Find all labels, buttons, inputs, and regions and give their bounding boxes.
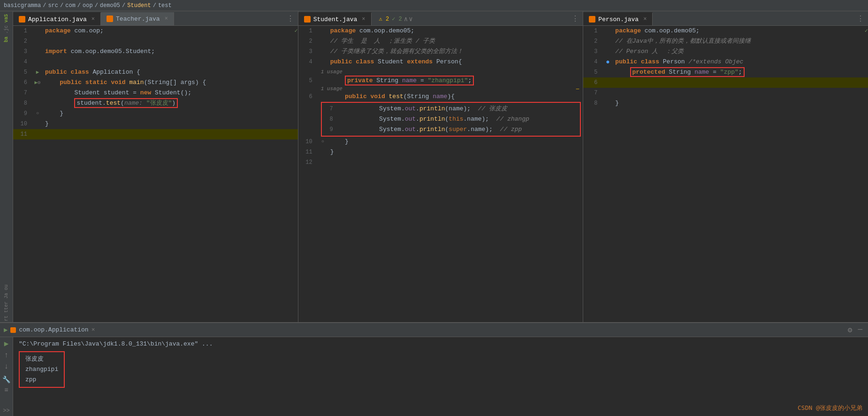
run-label: ▶ com.oop.Application × (4, 326, 95, 334)
sidebar-label-vas: vaS (3, 13, 10, 23)
code-line: 5 ▶ public class Application { (13, 67, 298, 77)
code-line: 2 (13, 36, 298, 46)
java-icon (304, 16, 311, 23)
run-up-button[interactable]: ↑ (4, 351, 9, 360)
gear-button[interactable]: ⚙ (846, 324, 854, 336)
java-icon (107, 15, 113, 22)
sidebar-label-tter: tter (3, 300, 10, 314)
code-line: 3 import com.oop.demo05.Student; (13, 46, 298, 57)
sidebar-label-jc: .jc (3, 24, 10, 35)
run-play-button[interactable]: ▶ (4, 339, 9, 348)
watermark: CSDN @张皮皮的小兄弟 (798, 404, 862, 412)
tab-teacher-java[interactable]: Teacher.java × (101, 12, 174, 25)
tab-label: Teacher.java (116, 15, 160, 23)
close-icon[interactable]: × (362, 16, 365, 23)
run-output: "C:\Program Files\Java\jdk1.8.0_131\bin\… (13, 337, 868, 416)
code-line: 1 package com.oop.demo05; (298, 26, 583, 36)
code-line: 10 ○ } (298, 137, 583, 147)
breadcrumb: basicgramma / src / com / oop / demo05 /… (0, 0, 868, 11)
code-line: 9 ○ } (13, 108, 298, 119)
tab-label: Student.java (313, 16, 358, 23)
editor-pane-2: Student.java × ⚠ 2 ✓ 2 ∧ ∨ ⋮ 1 package c… (298, 11, 584, 322)
close-icon[interactable]: × (165, 15, 168, 22)
run-scroll-button[interactable]: ≡ (4, 386, 8, 394)
run-down-button[interactable]: ↓ (4, 362, 9, 371)
code-line: 2 // 学生 是 人 ；派生类 / 子类 (298, 36, 583, 46)
code-line: 8 System.out.println(this.name); // zhan… (322, 114, 580, 124)
code-line: 5 private String name = "zhangpipi"; (298, 76, 583, 86)
usage-hint: 1 usage (298, 67, 583, 76)
tab-label: Application.java (28, 16, 87, 23)
sidebar-label-ba: ba (3, 36, 10, 43)
output-boxed-area: 张皮皮 zhangpipi zpp (19, 351, 862, 388)
code-line: 1 package com.oop.demo05; ✓ (583, 26, 868, 36)
run-content: ▶ ↑ ↓ 🔧 ≡ >> "C:\Program Files\Java\jdk1… (0, 337, 868, 416)
code-line: 11 (13, 129, 298, 139)
java-icon (589, 16, 595, 23)
sidebar-label-rt: rt (3, 315, 10, 322)
code-line: 6 (583, 77, 868, 88)
bottom-panel: ▶ com.oop.Application × ⚙ — ▶ ↑ ↓ 🔧 ≡ >>… (0, 322, 868, 416)
code-editor-2[interactable]: 1 package com.oop.demo05; 2 // 学生 是 人 ；派… (298, 26, 583, 322)
code-line: 3 // Person 人 ：父类 (583, 46, 868, 57)
tab-more-button[interactable]: ⋮ (283, 12, 298, 25)
close-icon[interactable]: × (643, 16, 647, 23)
tab-person-java[interactable]: Person.java × (583, 12, 653, 25)
tab-label: Person.java (598, 16, 639, 23)
code-line: 2 // 在Java中，所有的类，都默认直接或者间接继 (583, 36, 868, 46)
tab-more-button-3[interactable]: ⋮ (853, 12, 868, 25)
java-icon (19, 16, 25, 23)
run-tab-icon (10, 327, 16, 333)
code-line: 8 } (583, 98, 868, 108)
code-editor-3[interactable]: 1 package com.oop.demo05; ✓ 2 // 在Java中，… (583, 26, 868, 322)
tab-bar-1: Application.java × Teacher.java × ⋮ (13, 11, 298, 26)
code-line: 11 } (298, 147, 583, 157)
output-line-2: zhangpipi (25, 364, 58, 375)
output-box: 张皮皮 zhangpipi zpp (19, 351, 65, 388)
code-line: 6 public void test(String name){ (298, 92, 583, 102)
code-line: 4 public class Student extends Person{ (298, 57, 583, 67)
code-block-boxed: 7 System.out.println(name); // 张皮皮 8 Sys… (298, 102, 583, 137)
tab-bar-2: Student.java × ⚠ 2 ✓ 2 ∧ ∨ ⋮ (298, 11, 583, 26)
code-line: 8 student.test(name: "张皮皮") (13, 98, 298, 108)
editor-pane-1: Application.java × Teacher.java × ⋮ 1 pa… (13, 11, 298, 322)
code-line: 3 // 子类继承了父类，就会拥有父类的全部方法！ (298, 46, 583, 57)
close-icon[interactable]: × (91, 16, 95, 23)
code-line: 4 ● public class Person /*extends Objec (583, 57, 868, 67)
code-line: 10 } (13, 119, 298, 129)
tab-bar-3: Person.java × ⋮ (583, 11, 868, 26)
code-line: 6 ▶⊙ public static void main(String[] ar… (13, 77, 298, 88)
run-tab-actions: ⚙ — (846, 324, 864, 336)
code-line: 7 (583, 88, 868, 98)
code-line: 5 protected String name = "zpp"; (583, 67, 868, 77)
code-line: 9 System.out.println(super.name); // zpp (322, 124, 580, 135)
run-tool-button[interactable]: 🔧 (2, 376, 10, 384)
output-line-3: zpp (25, 375, 58, 385)
warning-indicator: ⚠ 2 ✓ 2 ∧ ∨ (375, 12, 417, 25)
code-line: 1 package com.oop; ✓ (13, 26, 298, 36)
code-editor-1[interactable]: 1 package com.oop; ✓ 2 3 import com.oop.… (13, 26, 298, 322)
run-controls: ▶ ↑ ↓ 🔧 ≡ >> (0, 337, 13, 416)
tab-student-java[interactable]: Student.java × (298, 12, 372, 25)
left-sidebar: vaS .jc ba ou Ja tter rt (0, 11, 13, 322)
editor-pane-3: Person.java × ⋮ 1 package com.oop.demo05… (583, 11, 868, 322)
run-close-icon[interactable]: × (91, 326, 95, 333)
tab-application-java[interactable]: Application.java × (13, 12, 101, 25)
run-tab-bar: ▶ com.oop.Application × ⚙ — (0, 323, 868, 337)
code-line: 12 (298, 157, 583, 168)
tab-more-button-2[interactable]: ⋮ (568, 12, 583, 25)
code-line: 4 (13, 57, 298, 67)
sidebar-label-ja: Ja (3, 292, 10, 300)
cmd-line: "C:\Program Files\Java\jdk1.8.0_131\bin\… (19, 339, 862, 349)
usage-hint-2: 1 usage — (298, 86, 583, 92)
sidebar-label-out: ou (3, 284, 10, 291)
minimize-button[interactable]: — (856, 324, 864, 336)
code-line: 7 System.out.println(name); // 张皮皮 (322, 104, 580, 114)
run-collapse-button[interactable]: >> (3, 408, 9, 414)
run-tab-name: com.oop.Application (19, 326, 88, 333)
output-line-1: 张皮皮 (25, 354, 58, 364)
code-line: 7 Student student = new Student(); (13, 88, 298, 98)
